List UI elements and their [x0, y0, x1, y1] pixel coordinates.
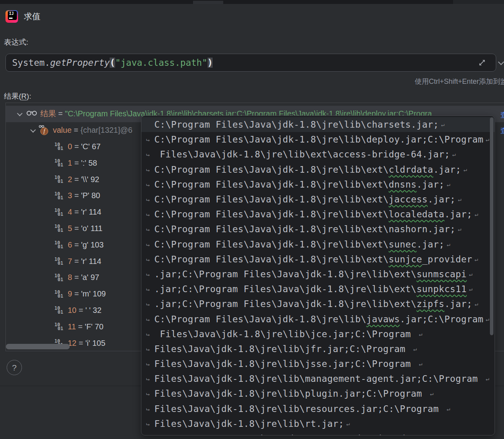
path-text: C:\Program Files\Java\jdk-1.8\jre\lib\	[154, 314, 366, 324]
tooltip-line: ↵Files\Java\jdk-1.8\jre\lib\plugin.jar;C…	[141, 386, 495, 401]
typo-underlined-text: sunpkcs11	[417, 284, 467, 294]
node-value: 'F' 70	[85, 322, 104, 331]
expression-code[interactable]: System.getProperty("java.class.path")	[12, 58, 213, 68]
primitive-icon: 1001	[54, 306, 65, 314]
soft-wrap-start-icon: ↵	[141, 360, 154, 367]
node-name: 6	[68, 240, 72, 249]
expression-token: (	[110, 58, 115, 68]
path-text: C:\Users\Tester\Desktop\demo\out\product…	[154, 434, 428, 435]
path-text: .jar;C:\Program Files\Java\jdk-1.8\jre\l…	[154, 284, 417, 294]
path-text: .jar;	[433, 164, 461, 175]
path-text: Files\Java\jdk-1.8\jre\lib\plugin.jar;C:…	[154, 388, 428, 399]
tooltip-line: ↵C:\Program Files\Java\jdk-1.8\jre\lib\e…	[141, 177, 495, 192]
node-value: '\\' 92	[81, 175, 99, 184]
expression-editor[interactable]: System.getProperty("java.class.path")	[5, 54, 496, 72]
path-text: C:\Program Files\Java\jdk-1.8\jre\lib\ex…	[154, 254, 388, 264]
node-value: ':' 58	[81, 159, 97, 168]
equals-sign: =	[72, 159, 81, 168]
node-value: 'i' 105	[85, 339, 105, 348]
chevron-down-icon[interactable]	[29, 128, 36, 132]
node-name: 10	[68, 306, 76, 315]
soft-wrap-end-icon: ↵	[486, 375, 490, 382]
soft-wrap-end-icon: ↵	[447, 181, 450, 188]
help-button[interactable]: ?	[7, 360, 22, 375]
chevron-down-icon[interactable]	[16, 112, 22, 116]
node-name: 结果	[40, 108, 56, 119]
typo-underlined-text: jaccess	[388, 194, 428, 204]
tooltip-line: ↵.jar;C:\Program Files\Java\jdk-1.8\jre\…	[141, 296, 495, 311]
path-text: C:\Program Files\Java\jdk-1.8\jre\lib\ex…	[154, 239, 388, 249]
tooltip-line: ↵C:\Program Files\Java\jdk-1.8\jre\lib\e…	[141, 252, 495, 267]
primitive-icon: 1001	[54, 241, 65, 249]
expression-token: getProperty	[50, 58, 110, 68]
tooltip-line: ↵Files\Java\jdk-1.8\jre\lib\jsse.jar;C:\…	[141, 356, 495, 371]
tooltip-line: ↵C:\Users\Tester\Desktop\demo\out\produc…	[141, 431, 495, 435]
typo-underlined-text: dnsns	[388, 179, 416, 190]
expression-token: "java.class.path"	[115, 58, 207, 68]
node-name: 2	[68, 175, 72, 184]
node-name: 11	[68, 322, 76, 331]
field-icon: f	[40, 126, 49, 135]
path-text: C:\Program Files\Java\jdk-1.8\jre\lib\de…	[154, 134, 484, 145]
soft-wrap-start-icon: ↵	[141, 390, 154, 397]
equals-sign: =	[72, 142, 81, 151]
soft-wrap-start-icon: ↵	[141, 196, 154, 203]
soft-wrap-end-icon: ↵	[475, 256, 478, 263]
path-text: C:\Program Files\Java\jdk-1.8\jre\lib\ex…	[154, 209, 388, 219]
node-name: 1	[68, 159, 72, 168]
soft-wrap-start-icon: ↵	[141, 181, 154, 188]
background-strip-fragment	[453, 0, 504, 4]
tooltip-line: ↵Files\Java\jdk-1.8\jre\lib\management-a…	[141, 371, 495, 386]
intellij-logo-icon: IJ	[5, 10, 18, 23]
node-value: 'a' 97	[81, 273, 99, 282]
equals-sign: =	[72, 175, 81, 184]
typo-underlined-text: sunjce	[388, 254, 422, 264]
view-string-link[interactable]: 查看	[500, 110, 504, 120]
evaluate-dialog: { "window": { "title": "求值" }, "labels":…	[0, 0, 504, 439]
equals-sign: =	[76, 339, 85, 348]
soft-wrap-end-icon: ↵	[458, 226, 461, 233]
path-text: _provider	[422, 254, 472, 264]
window-top-strip	[0, 0, 504, 4]
history-chevron-icon[interactable]	[499, 59, 504, 66]
node-value: ' ' 32	[85, 306, 101, 315]
node-value: 'P' 80	[81, 191, 100, 200]
node-name: 8	[68, 273, 72, 282]
node-name: 0	[68, 142, 72, 151]
typo-underlined-text: localedata	[388, 209, 444, 219]
soft-wrap-end-icon: ↵	[346, 420, 350, 427]
soft-wrap-end-icon: ↵	[475, 211, 478, 218]
primitive-icon: 1001	[54, 143, 65, 150]
soft-wrap-start-icon: ↵	[141, 166, 154, 173]
path-text: .jar;	[417, 179, 444, 190]
expand-editor-icon[interactable]	[477, 58, 487, 68]
vertical-scrollbar-thumb[interactable]	[490, 117, 493, 335]
soft-wrap-start-icon: ↵	[141, 300, 154, 307]
node-name: 7	[68, 257, 72, 266]
view-value-link[interactable]: 查看	[500, 126, 504, 136]
primitive-icon: 1001	[54, 290, 65, 298]
soft-wrap-start-icon: ↵	[141, 405, 154, 412]
soft-wrap-start-icon: ↵	[141, 241, 154, 248]
soft-wrap-start-icon: ↵	[141, 271, 154, 278]
primitive-icon: 1001	[54, 274, 65, 282]
node-value: 'r' 114	[81, 208, 101, 217]
soft-wrap-end-icon: ↵	[458, 196, 461, 203]
node-name: 5	[68, 224, 72, 233]
tooltip-line: ↵C:\Program Files\Java\jdk-1.8\jre\lib\e…	[141, 237, 495, 252]
tooltip-line: ↵Files\Java\jdk-1.8\jre\lib\rt.jar;↵	[141, 416, 495, 431]
path-text: Files\Java\jdk-1.8\jre\lib\resources.jar…	[154, 404, 444, 414]
path-text: Files\Java\jdk-1.8\jre\lib\jsse.jar;C:\P…	[154, 359, 417, 369]
soft-wrap-end-icon: ↵	[430, 435, 434, 435]
expression-label: 表达式:	[4, 37, 28, 47]
node-name: 9	[68, 289, 72, 298]
path-text: .jar;	[444, 209, 472, 219]
path-text: .jar;C:\Program Files\Java\jdk-1.8\jre\l…	[154, 269, 417, 279]
horizontal-scrollbar-thumb[interactable]	[6, 344, 70, 349]
equals-sign: =	[72, 224, 81, 233]
soft-wrap-end-icon: ↵	[419, 331, 423, 338]
primitive-icon: 1001	[54, 208, 65, 216]
equals-sign: =	[76, 322, 85, 331]
path-text: C:\Program Files\Java\jdk-1.8\jre\lib\ch…	[154, 119, 439, 130]
equals-sign: =	[72, 273, 81, 282]
